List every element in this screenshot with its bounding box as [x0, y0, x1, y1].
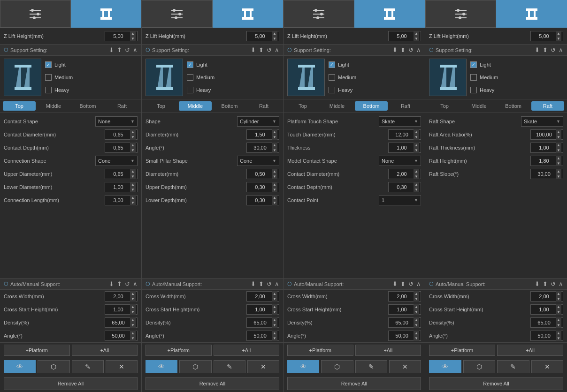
auto-spinners-2[interactable]: ▲ ▼	[414, 317, 419, 328]
spinners-6[interactable]: ▲ ▼	[130, 195, 136, 205]
numbox-4[interactable]: 0,65 ▲ ▼	[105, 169, 138, 179]
tab-bottom[interactable]: Bottom	[213, 101, 246, 111]
support-delete-icon[interactable]: ✕	[106, 360, 138, 373]
remove-all-button[interactable]: Remove All	[429, 377, 563, 390]
platform-button[interactable]: +Platform	[4, 345, 70, 356]
form-control-3[interactable]: Cone ▼	[237, 156, 279, 166]
auto-control-1[interactable]: 1,00 ▲ ▼	[530, 304, 563, 315]
form-control-4[interactable]: 0,65 ▲ ▼	[105, 169, 138, 179]
auto-spinners-2[interactable]: ▲ ▼	[130, 317, 136, 328]
auto-decrement-1[interactable]: ▼	[556, 309, 561, 315]
form-control-4[interactable]: 30,00 ▲ ▼	[530, 169, 563, 179]
header-tab-settings[interactable]	[0, 0, 71, 28]
auto-control-0[interactable]: 2,00 ▲ ▼	[388, 291, 421, 302]
radio-box-heavy[interactable]	[187, 87, 193, 93]
radio-box-heavy[interactable]	[470, 87, 477, 93]
decrement-1[interactable]: ▼	[556, 135, 561, 140]
auto-collapse-icon[interactable]: ∧	[416, 280, 421, 287]
form-control-3[interactable]: Cone ▼	[95, 156, 138, 166]
auto-increment-1[interactable]: ▲	[556, 304, 561, 309]
numbox-6[interactable]: 3,00 ▲ ▼	[105, 195, 138, 205]
auto-decrement-0[interactable]: ▼	[556, 296, 561, 302]
auto-increment-3[interactable]: ▲	[414, 331, 419, 336]
auto-increment-3[interactable]: ▲	[556, 331, 561, 336]
reset-icon[interactable]: ↺	[408, 46, 414, 53]
auto-spinners-3[interactable]: ▲ ▼	[556, 331, 561, 341]
spinners-1[interactable]: ▲ ▼	[130, 129, 136, 140]
decrement-6[interactable]: ▼	[272, 200, 277, 205]
auto-spinners-1[interactable]: ▲ ▼	[272, 304, 277, 315]
all-button[interactable]: +All	[355, 345, 421, 356]
support-single-icon[interactable]: ⬡	[179, 360, 211, 373]
increment-5[interactable]: ▲	[130, 182, 136, 187]
auto-increment-0[interactable]: ▲	[556, 291, 561, 296]
zlift-spinners[interactable]: ▲ ▼	[556, 31, 561, 41]
export-icon[interactable]: ⬆	[259, 46, 264, 53]
spinners-1[interactable]: ▲ ▼	[272, 129, 277, 140]
support-option-medium[interactable]: Medium	[187, 74, 279, 81]
decrement-1[interactable]: ▼	[130, 135, 136, 140]
auto-numbox-2[interactable]: 65,00 ▲ ▼	[105, 317, 138, 328]
increment-6[interactable]: ▲	[272, 195, 277, 200]
auto-numbox-2[interactable]: 65,00 ▲ ▼	[388, 317, 421, 328]
form-control-5[interactable]: 0,30 ▲ ▼	[388, 182, 421, 192]
header-tab-structure[interactable]	[496, 0, 567, 28]
spinners-4[interactable]: ▲ ▼	[130, 169, 136, 179]
increment-1[interactable]: ▲	[272, 129, 277, 135]
auto-increment-0[interactable]: ▲	[272, 291, 277, 296]
spinners-1[interactable]: ▲ ▼	[414, 129, 419, 140]
zlift-input[interactable]: 5,00 ▲ ▼	[530, 31, 563, 41]
auto-numbox-0[interactable]: 2,00 ▲ ▼	[388, 291, 421, 302]
support-delete-icon[interactable]: ✕	[247, 360, 279, 373]
auto-increment-3[interactable]: ▲	[272, 331, 277, 336]
tab-bottom[interactable]: Bottom	[355, 101, 388, 111]
auto-decrement-3[interactable]: ▼	[272, 336, 277, 341]
spinners-4[interactable]: ▲ ▼	[272, 169, 277, 179]
decrement-5[interactable]: ▼	[414, 187, 419, 192]
eye-icon[interactable]: 👁	[4, 360, 36, 373]
export-icon[interactable]: ⬆	[117, 46, 122, 53]
zlift-input[interactable]: 5,00 ▲ ▼	[246, 31, 279, 41]
auto-control-1[interactable]: 1,00 ▲ ▼	[388, 304, 421, 315]
radio-box-heavy[interactable]	[45, 87, 52, 93]
form-control-0[interactable]: Cylinder ▼	[237, 116, 279, 127]
numbox-2[interactable]: 1,00 ▲ ▼	[388, 143, 421, 153]
decrement-4[interactable]: ▼	[130, 174, 136, 179]
platform-button[interactable]: +Platform	[429, 345, 495, 356]
form-control-2[interactable]: 1,00 ▲ ▼	[530, 143, 563, 153]
numbox-4[interactable]: 30,00 ▲ ▼	[530, 169, 563, 179]
dropdown-3[interactable]: None ▼	[379, 156, 421, 166]
spinners-5[interactable]: ▲ ▼	[130, 182, 136, 192]
numbox-3[interactable]: 1,80 ▲ ▼	[530, 156, 563, 166]
reset-icon[interactable]: ↺	[551, 46, 556, 53]
spinners-2[interactable]: ▲ ▼	[130, 143, 136, 153]
decrement-1[interactable]: ▼	[414, 135, 419, 140]
eye-icon[interactable]: 👁	[146, 360, 177, 373]
auto-spinners-1[interactable]: ▲ ▼	[414, 304, 419, 315]
radio-box-medium[interactable]	[45, 74, 52, 81]
numbox-6[interactable]: 0,30 ▲ ▼	[246, 195, 279, 205]
all-button[interactable]: +All	[497, 345, 563, 356]
tab-raft[interactable]: Raft	[106, 101, 138, 111]
auto-numbox-0[interactable]: 2,00 ▲ ▼	[246, 291, 279, 302]
auto-control-2[interactable]: 65,00 ▲ ▼	[530, 317, 563, 328]
support-option-light[interactable]: ✓ Light	[187, 61, 279, 68]
auto-reset-icon[interactable]: ↺	[408, 280, 414, 287]
support-option-heavy[interactable]: Heavy	[187, 87, 279, 93]
form-control-2[interactable]: 1,00 ▲ ▼	[388, 143, 421, 153]
remove-all-button[interactable]: Remove All	[4, 377, 138, 390]
spinners-3[interactable]: ▲ ▼	[556, 156, 561, 166]
auto-export-icon[interactable]: ⬆	[117, 280, 122, 287]
auto-control-1[interactable]: 1,00 ▲ ▼	[246, 304, 279, 315]
tab-raft[interactable]: Raft	[389, 101, 422, 111]
auto-increment-3[interactable]: ▲	[130, 331, 136, 336]
header-tab-settings[interactable]	[284, 0, 354, 28]
support-edit-icon[interactable]: ✎	[214, 360, 245, 373]
auto-increment-2[interactable]: ▲	[414, 317, 419, 323]
support-edit-icon[interactable]: ✎	[72, 360, 104, 373]
decrement-2[interactable]: ▼	[272, 148, 277, 153]
auto-spinners-1[interactable]: ▲ ▼	[556, 304, 561, 315]
tab-bottom[interactable]: Bottom	[71, 101, 104, 111]
auto-reset-icon[interactable]: ↺	[551, 280, 556, 287]
support-option-heavy[interactable]: Heavy	[329, 87, 421, 93]
